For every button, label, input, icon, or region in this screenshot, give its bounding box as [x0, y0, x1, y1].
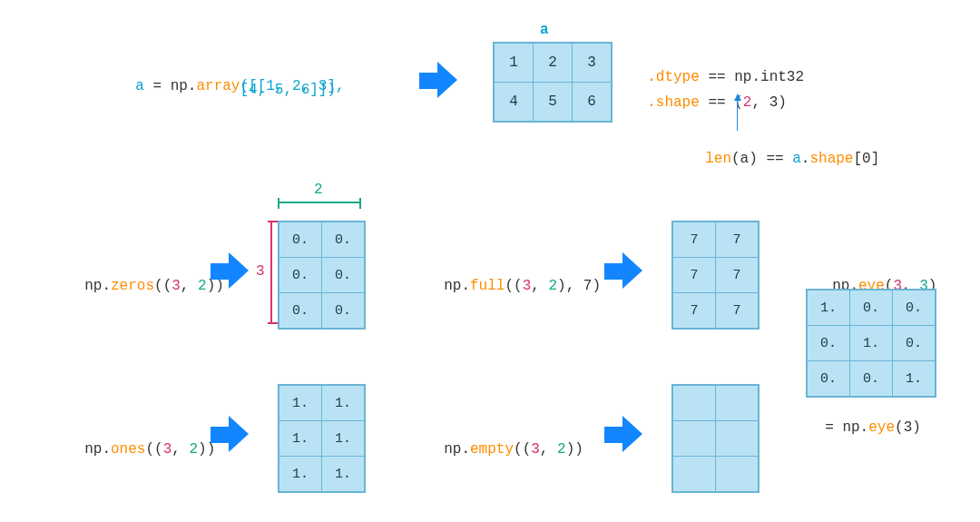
grid-cell: 0.: [850, 291, 893, 326]
grid-cell: 1.: [279, 421, 322, 457]
grid-cell: [673, 386, 716, 421]
grid-cell: 0.: [279, 222, 322, 258]
grid-cell: 0.: [322, 222, 365, 258]
grid-cell: 1.: [808, 291, 850, 326]
grid-cell: 0.: [279, 258, 322, 293]
grid-cell: 1.: [322, 421, 365, 457]
grid-cell: 0.: [322, 258, 365, 293]
grid-cell: 0.: [850, 361, 893, 397]
grid-cell: 4: [495, 83, 534, 122]
dim-rows-label: 3: [256, 263, 265, 280]
label-a: a: [540, 22, 549, 38]
grid-ones: 1.1.1.1.1.1.: [278, 384, 366, 493]
grid-cell: 1.: [850, 326, 893, 361]
grid-cell: 0.: [808, 361, 850, 397]
grid-full: 777777: [671, 221, 760, 330]
grid-cell: 0.: [808, 326, 850, 361]
grid-cell: 1.: [322, 457, 365, 492]
grid-empty: [671, 384, 760, 493]
annotation-arrow-icon: [737, 94, 738, 131]
grid-cell: 2: [534, 44, 573, 83]
grid-cell: 7: [716, 293, 759, 329]
grid-a: 123456: [493, 42, 612, 123]
grid-cell: 1.: [893, 361, 936, 397]
arrow-icon: [211, 416, 249, 452]
grid-cell: 7: [716, 258, 759, 293]
arrow-icon: [419, 62, 457, 98]
grid-cell: 1.: [322, 386, 365, 421]
grid-cell: [716, 386, 759, 421]
code-zeros: np.zeros((3, 2)): [67, 261, 224, 294]
arrow-icon: [604, 416, 642, 452]
grid-cell: 6: [573, 83, 612, 122]
grid-cell: 5: [534, 83, 573, 122]
grid-cell: 0.: [279, 293, 322, 329]
grid-cell: [673, 421, 716, 457]
grid-cell: 7: [716, 222, 759, 258]
grid-cell: 7: [673, 258, 716, 293]
code-ones: np.ones((3, 2)): [67, 425, 215, 458]
grid-cell: [716, 457, 759, 492]
grid-cell: 0.: [322, 293, 365, 329]
arrow-icon: [604, 252, 642, 289]
dim-cols-label: 2: [314, 182, 323, 198]
grid-cell: 7: [673, 222, 716, 258]
code-array-line2: [4, 5, 6]]): [118, 82, 336, 98]
annot-shape: .shape == (2, 3): [630, 78, 787, 111]
grid-eye: 1.0.0.0.1.0.0.0.1.: [806, 289, 936, 398]
grid-zeros: 0.0.0.0.0.0.: [278, 221, 366, 330]
grid-cell: 1.: [279, 386, 322, 421]
grid-cell: [673, 457, 716, 492]
arrow-icon: [211, 252, 249, 289]
annot-len: len(a) == a.shape[0]: [688, 134, 879, 167]
grid-cell: 3: [573, 44, 612, 83]
grid-cell: 0.: [893, 291, 936, 326]
code-empty: np.empty((3, 2)): [426, 425, 583, 458]
dim-cols-bracket: [278, 202, 361, 203]
code-full: np.full((3, 2), 7): [426, 261, 601, 294]
dim-rows-bracket: [270, 221, 272, 324]
grid-cell: [716, 421, 759, 457]
code-eye-alt: = np.eye(3): [808, 403, 921, 436]
grid-cell: 1.: [279, 457, 322, 492]
grid-cell: 0.: [893, 326, 936, 361]
grid-cell: 1: [495, 44, 534, 83]
grid-cell: 7: [673, 293, 716, 329]
